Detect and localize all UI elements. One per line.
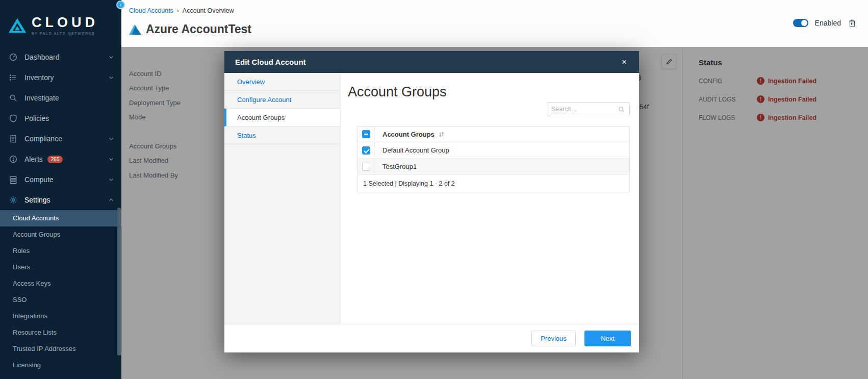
chevron-down-icon	[108, 176, 114, 183]
close-icon[interactable]: ×	[622, 58, 627, 66]
sidebar-item-integrations[interactable]: Integrations	[0, 308, 121, 324]
settings-submenu: Cloud Accounts Account Groups Roles User…	[0, 210, 121, 373]
sidebar: CLOUD BY PALO ALTO NETWORKS Dashboard In…	[0, 0, 121, 379]
sidebar-item-policies[interactable]: Policies	[0, 108, 121, 129]
chevron-down-icon	[108, 136, 114, 142]
sidebar-item-settings[interactable]: Settings	[0, 190, 121, 210]
delete-account-button[interactable]	[848, 18, 857, 28]
checkbox-cell	[358, 142, 375, 158]
page-title: Azure AccountTest	[146, 22, 251, 36]
sidebar-item-licensing[interactable]: Licensing	[0, 357, 121, 373]
header-controls: Enabled	[793, 18, 857, 28]
sidebar-item-label: Alerts	[24, 155, 43, 163]
search-row	[348, 102, 630, 116]
modal-footer: Previous Next	[224, 324, 639, 352]
sidebar-item-label: Compute	[24, 175, 54, 184]
investigate-icon	[9, 93, 18, 103]
sidebar-item-compliance[interactable]: Compliance	[0, 129, 121, 149]
sidebar-item-cloud-accounts[interactable]: Cloud Accounts	[0, 210, 121, 226]
chevron-down-icon	[108, 74, 114, 81]
sidebar-item-trusted-ip-addresses[interactable]: Trusted IP Addresses	[0, 341, 121, 357]
sidebar-item-label: Investigate	[24, 94, 59, 102]
sidebar-item-users[interactable]: Users	[0, 259, 121, 275]
policies-icon	[9, 114, 18, 123]
row-label: TestGroup1	[375, 163, 417, 170]
alerts-icon	[9, 155, 18, 164]
logo-subtitle: BY PALO ALTO NETWORKS	[32, 32, 98, 35]
checkbox-cell	[358, 127, 375, 142]
sidebar-item-label: Inventory	[24, 73, 54, 82]
sidebar-item-dashboard[interactable]: Dashboard	[0, 47, 121, 67]
sidebar-item-alerts[interactable]: Alerts 265	[0, 149, 121, 169]
inventory-icon	[9, 73, 18, 82]
alerts-count-badge: 265	[47, 156, 63, 163]
select-all-checkbox[interactable]	[362, 130, 370, 138]
chevron-up-icon	[108, 197, 114, 203]
breadcrumb-separator-icon: ›	[177, 7, 179, 14]
sidebar-item-access-keys[interactable]: Access Keys	[0, 275, 121, 292]
enabled-label: Enabled	[815, 19, 841, 27]
modal-step-nav: Overview Configure Account Account Group…	[224, 73, 341, 324]
toggle-knob	[801, 20, 807, 26]
sidebar-item-investigate[interactable]: Investigate	[0, 88, 121, 108]
chevron-down-icon	[108, 54, 114, 60]
chevron-down-icon	[108, 156, 114, 162]
breadcrumb: Cloud Accounts › Account Overview	[121, 0, 868, 14]
checkbox-cell	[358, 159, 375, 174]
sidebar-item-sso[interactable]: SSO	[0, 292, 121, 308]
enabled-toggle[interactable]	[793, 19, 808, 27]
edit-cloud-account-modal: Edit Cloud Account × Overview Configure …	[224, 51, 639, 352]
sort-icon[interactable]	[438, 131, 445, 138]
account-groups-table: Account Groups Default Account Group Te	[358, 126, 630, 192]
modal-tab-status[interactable]: Status	[224, 127, 340, 144]
sidebar-nav: Dashboard Inventory Investigate Policies	[0, 47, 121, 373]
search-icon	[618, 106, 625, 113]
sidebar-item-label: Compliance	[24, 135, 62, 143]
table-row[interactable]: TestGroup1	[358, 159, 629, 175]
sidebar-item-label: Dashboard	[24, 53, 60, 61]
row-checkbox[interactable]	[362, 163, 370, 171]
search-box	[547, 102, 630, 116]
dashboard-icon	[9, 53, 18, 62]
modal-content: Account Groups Account Groups	[341, 73, 639, 324]
table-row[interactable]: Default Account Group	[358, 142, 629, 159]
search-input[interactable]	[551, 106, 615, 113]
row-checkbox[interactable]	[362, 146, 370, 155]
cloud-logo-icon	[8, 18, 27, 33]
breadcrumb-current: Account Overview	[183, 7, 234, 14]
sidebar-item-account-groups[interactable]: Account Groups	[0, 226, 121, 243]
table-header-row: Account Groups	[358, 127, 629, 142]
modal-body: Overview Configure Account Account Group…	[224, 73, 639, 324]
logo-title: CLOUD	[32, 16, 98, 30]
modal-header: Edit Cloud Account ×	[224, 51, 639, 73]
next-button[interactable]: Next	[584, 331, 631, 346]
modal-section-heading: Account Groups	[348, 84, 630, 100]
column-header-account-groups[interactable]: Account Groups	[375, 131, 435, 138]
trash-icon	[848, 18, 857, 28]
collapse-sidebar-button[interactable]	[116, 1, 125, 9]
modal-tab-account-groups[interactable]: Account Groups	[224, 109, 340, 127]
azure-icon	[129, 24, 141, 35]
app-logo: CLOUD BY PALO ALTO NETWORKS	[0, 0, 121, 47]
compute-icon	[9, 175, 18, 184]
sidebar-item-resource-lists[interactable]: Resource Lists	[0, 324, 121, 341]
modal-tab-configure-account[interactable]: Configure Account	[224, 91, 340, 109]
sidebar-item-roles[interactable]: Roles	[0, 243, 121, 259]
sidebar-item-inventory[interactable]: Inventory	[0, 67, 121, 88]
modal-title: Edit Cloud Account	[235, 58, 622, 66]
table-summary: 1 Selected | Displaying 1 - 2 of 2	[358, 175, 629, 192]
compliance-icon	[9, 134, 18, 143]
breadcrumb-cloud-accounts-link[interactable]: Cloud Accounts	[129, 7, 173, 14]
sidebar-item-label: Policies	[24, 114, 49, 122]
chevron-left-icon	[119, 3, 123, 7]
previous-button[interactable]: Previous	[531, 331, 576, 346]
sidebar-scrollbar[interactable]	[117, 208, 121, 356]
settings-gear-icon	[9, 195, 18, 205]
sidebar-item-compute[interactable]: Compute	[0, 169, 121, 190]
page-header: Cloud Accounts › Account Overview Azure …	[121, 0, 868, 47]
title-row: Azure AccountTest	[121, 22, 868, 36]
modal-tab-overview[interactable]: Overview	[224, 73, 340, 91]
logo-text: CLOUD BY PALO ALTO NETWORKS	[32, 16, 98, 35]
row-label: Default Account Group	[375, 146, 449, 154]
sidebar-item-label: Settings	[24, 196, 50, 204]
